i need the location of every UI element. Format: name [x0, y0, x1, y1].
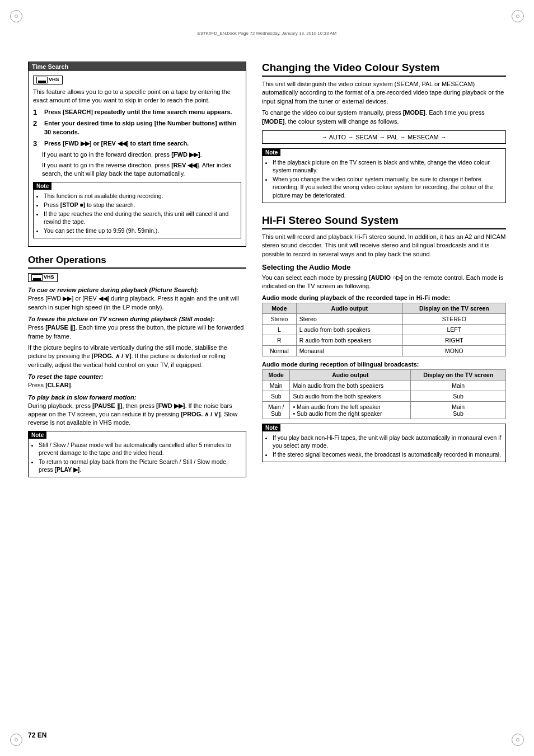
note-item: If the stereo signal becomes weak, the b… — [273, 450, 502, 458]
cell-display: STEREO — [402, 313, 505, 324]
table-row: L L audio from both speakers LEFT — [263, 324, 506, 335]
corner-mark-tr — [512, 10, 524, 22]
col-audio-output: Audio output — [296, 303, 402, 313]
page: E9TK5FD_EN.book Page 72 Wednesday, Janua… — [0, 0, 534, 756]
cell-mode: Main /Sub — [263, 401, 290, 419]
time-search-content: VHS This feature allows you to go to a s… — [29, 71, 246, 246]
corner-mark-tl — [10, 10, 22, 22]
cell-audio: L audio from both speakers — [296, 324, 402, 335]
cell-mode: Stereo — [263, 313, 297, 324]
audio-mode-table1: Mode Audio output Display on the TV scre… — [262, 303, 506, 356]
step-3: 3 Press [FWD ▶▶] or [REV ◀◀] to start ti… — [33, 139, 241, 148]
time-search-note: Note This function is not available duri… — [33, 182, 241, 239]
sub4-text1: During playback, press [PAUSE ‖], then p… — [28, 402, 246, 428]
time-search-intro: This feature allows you to go to a speci… — [33, 88, 241, 105]
cell-mode: Normal — [263, 345, 297, 356]
note-item: Press [STOP ■] to stop the search. — [44, 201, 237, 209]
table-row: Stereo Stereo STEREO — [263, 313, 506, 324]
note-item: If the tape reaches the end during the s… — [44, 210, 237, 226]
step-3-sub1: If you want to go in the forward directi… — [42, 151, 241, 159]
cell-audio: Stereo — [296, 313, 402, 324]
col-display: Display on the TV screen — [411, 369, 506, 380]
col-display: Display on the TV screen — [402, 303, 505, 313]
header-text: E9TK5FD_EN.book Page 72 Wednesday, Janua… — [28, 31, 506, 36]
table-row: Main Main audio from the both speakers M… — [263, 380, 506, 391]
vhs-badge-oo: VHS — [28, 273, 246, 282]
table-row: Normal Monaural MONO — [263, 345, 506, 356]
step-1: 1 Press [SEARCH] repeatedly until the ti… — [33, 108, 241, 116]
video-colour-section: Changing the Video Colour System This un… — [262, 62, 506, 203]
cell-mode: Main — [263, 380, 290, 391]
cell-audio: R audio from both speakers — [296, 335, 402, 345]
col-mode: Mode — [263, 369, 290, 380]
note-item: To return to normal play back from the P… — [39, 458, 242, 473]
cell-display: Sub — [411, 391, 506, 401]
step-3-sub2: If you want to go in the reverse directi… — [42, 161, 241, 179]
two-col-layout: Time Search VHS This feature allows you … — [28, 62, 506, 481]
cell-display: RIGHT — [402, 335, 505, 345]
cell-mode: R — [263, 335, 297, 345]
sub4-title: To play back in slow forward motion: — [28, 394, 246, 401]
note-item: Still / Slow / Pause mode will be automa… — [39, 441, 242, 457]
corner-mark-bl — [10, 734, 22, 746]
cell-audio: • Main audio from the left speaker• Sub … — [290, 401, 411, 419]
cell-audio: Main audio from the both speakers — [290, 380, 411, 391]
sub2-title: To freeze the picture on TV screen durin… — [28, 316, 246, 322]
hifi-note-list: If you play back non-Hi-Fi tapes, the un… — [266, 434, 502, 459]
cell-display: MONO — [402, 345, 505, 356]
col-mode: Mode — [263, 303, 297, 313]
audio-mode-table2: Mode Audio output Display on the TV scre… — [262, 369, 506, 419]
other-ops-note-list: Still / Slow / Pause mode will be automa… — [32, 441, 242, 474]
other-ops-note: Note Still / Slow / Pause mode will be a… — [28, 431, 246, 478]
table-row: Main /Sub • Main audio from the left spe… — [263, 401, 506, 419]
sub3-title: To reset the tape counter: — [28, 373, 246, 380]
video-colour-para1: This unit will distinguish the video col… — [262, 80, 506, 106]
cell-audio: Monaural — [296, 345, 402, 356]
cell-mode: Sub — [263, 391, 290, 401]
cell-display: Main — [411, 380, 506, 391]
table1-heading: Audio mode during playback of the record… — [262, 294, 506, 301]
note-item: If you play back non-Hi-Fi tapes, the un… — [273, 434, 502, 449]
page-number: 72 EN — [28, 731, 46, 739]
video-colour-note-list: If the playback picture on the TV screen… — [266, 158, 502, 199]
col-audio-output: Audio output — [290, 369, 411, 380]
step-2: 2 Enter your desired time to skip using … — [33, 119, 241, 137]
sub3-text: Press [CLEAR]. — [28, 381, 246, 389]
hifi-para1: This unit will record and playback Hi-Fi… — [262, 233, 506, 259]
note-item: When you change the video colour system … — [273, 175, 502, 199]
vhs-badge-ts: VHS — [33, 76, 241, 84]
other-operations-section: Other Operations VHS To cue or review pi… — [28, 255, 246, 477]
colour-flow: → AUTO → SECAM → PAL → MESECAM → — [262, 130, 506, 144]
hifi-stereo-section: Hi-Fi Stereo Sound System This unit will… — [262, 214, 506, 462]
sub1-text: Press [FWD ▶▶] or [REV ◀◀] during playba… — [28, 294, 246, 312]
time-search-section: Time Search VHS This feature allows you … — [28, 62, 246, 247]
corner-mark-br — [512, 734, 524, 746]
note-item: You can set the time up to 9:59 (9h. 59m… — [44, 227, 237, 234]
time-search-note-list: This function is not available during re… — [37, 192, 237, 235]
video-colour-title: Changing the Video Colour System — [262, 62, 506, 77]
hifi-note: Note If you play back non-Hi-Fi tapes, t… — [262, 424, 506, 463]
cell-display: MainSub — [411, 401, 506, 419]
table2-heading: Audio mode during reception of bilingual… — [262, 361, 506, 368]
right-column: Changing the Video Colour System This un… — [262, 62, 506, 481]
cell-mode: L — [263, 324, 297, 335]
table-row: Sub Sub audio from the both speakers Sub — [263, 391, 506, 401]
left-column: Time Search VHS This feature allows you … — [28, 62, 246, 481]
selecting-text: You can select each mode by pressing [AU… — [262, 274, 506, 291]
selecting-title: Selecting the Audio Mode — [262, 263, 506, 271]
sub2-text2: If the picture begins to vibrate vertica… — [28, 344, 246, 369]
note-item: If the playback picture on the TV screen… — [273, 158, 502, 174]
sub1-title: To cue or review picture during playback… — [28, 287, 246, 293]
time-search-title: Time Search — [29, 62, 246, 71]
cell-display: LEFT — [402, 324, 505, 335]
video-colour-para2: To change the video colour system manual… — [262, 109, 506, 126]
cell-audio: Sub audio from the both speakers — [290, 391, 411, 401]
table-row: R R audio from both speakers RIGHT — [263, 335, 506, 345]
other-ops-title: Other Operations — [28, 255, 246, 269]
hifi-title: Hi-Fi Stereo Sound System — [262, 214, 506, 229]
note-item: This function is not available during re… — [44, 192, 237, 200]
video-colour-note: Note If the playback picture on the TV s… — [262, 148, 506, 203]
sub2-text1: Press [PAUSE ‖]. Each time you press the… — [28, 323, 246, 341]
